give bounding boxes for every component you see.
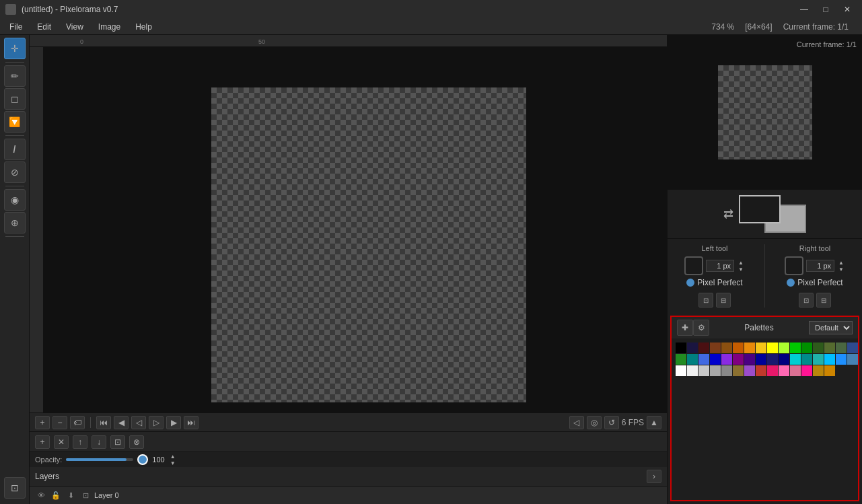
color-cell-15[interactable]: [847, 343, 858, 353]
palette-select[interactable]: Default: [809, 321, 853, 334]
right-size-down[interactable]: ▼: [837, 266, 845, 273]
left-tool-color-btn[interactable]: [684, 256, 703, 275]
color-cell-35[interactable]: [710, 365, 721, 376]
loop-button[interactable]: ↺: [604, 416, 619, 429]
color-cell-11[interactable]: [801, 343, 812, 353]
step-back-button[interactable]: ◁: [131, 416, 146, 429]
left-tool-size-input[interactable]: [706, 260, 734, 272]
layer-copy-button[interactable]: ⊡: [110, 435, 125, 449]
color-cell-10[interactable]: [790, 343, 801, 353]
menu-help[interactable]: Help: [129, 21, 159, 33]
color-cell-40[interactable]: [767, 365, 778, 376]
layer-clone-icon[interactable]: ⊡: [79, 489, 92, 501]
tool-zoom[interactable]: ⊕: [4, 212, 26, 233]
step-forward-button[interactable]: ▷: [149, 416, 164, 429]
color-cell-5[interactable]: [733, 343, 744, 353]
left-tool-icon-1[interactable]: ⊡: [698, 293, 713, 308]
color-cell-37[interactable]: [733, 365, 744, 376]
color-cell-16[interactable]: [676, 354, 686, 365]
color-cell-49[interactable]: [824, 365, 835, 376]
layers-collapse-button[interactable]: ›: [647, 470, 661, 483]
color-cell-29[interactable]: [824, 354, 835, 365]
color-cell-6[interactable]: [744, 343, 755, 353]
tag-button[interactable]: 🏷: [70, 416, 85, 429]
color-cell-20[interactable]: [721, 354, 732, 365]
tool-pencil[interactable]: ✏: [4, 65, 26, 87]
tool-select[interactable]: ⊡: [4, 477, 26, 499]
palette-add-button[interactable]: ✚: [677, 320, 693, 336]
canvas-scroll-area[interactable]: [30, 47, 667, 412]
layer-lock-icon[interactable]: 🔓: [50, 489, 62, 501]
remove-frame-button[interactable]: −: [52, 416, 67, 429]
fps-up-button[interactable]: ▲: [647, 416, 661, 429]
maximize-button[interactable]: □: [816, 3, 835, 16]
layer-visibility-icon[interactable]: 👁: [35, 489, 47, 501]
color-cell-24[interactable]: [767, 354, 778, 365]
layer-down-button[interactable]: ↓: [92, 435, 106, 449]
color-cell-7[interactable]: [756, 343, 766, 353]
color-cell-25[interactable]: [779, 354, 789, 365]
color-cell-4[interactable]: [721, 343, 732, 353]
add-layer-button[interactable]: +: [35, 435, 50, 449]
palette-settings-button[interactable]: ⚙: [693, 320, 709, 336]
color-cell-12[interactable]: [813, 343, 824, 353]
color-cell-33[interactable]: [687, 365, 698, 376]
right-size-up[interactable]: ▲: [837, 259, 845, 266]
layer-merge-button[interactable]: ⊗: [129, 435, 144, 449]
right-tool-icon-2[interactable]: ⊟: [816, 293, 831, 308]
color-cell-23[interactable]: [756, 354, 766, 365]
color-cell-28[interactable]: [813, 354, 824, 365]
left-size-down[interactable]: ▼: [737, 266, 745, 273]
tool-eyedropper[interactable]: 🔽: [4, 111, 26, 133]
tool-fill[interactable]: ⊘: [4, 161, 26, 183]
color-cell-22[interactable]: [744, 354, 755, 365]
color-cell-38[interactable]: [744, 365, 755, 376]
minimize-button[interactable]: —: [795, 3, 814, 16]
color-cell-32[interactable]: [676, 365, 686, 376]
opacity-slider[interactable]: [66, 458, 133, 461]
tool-eraser[interactable]: ◻: [4, 88, 26, 110]
prev-frame-button[interactable]: ◀: [114, 416, 129, 429]
menu-edit[interactable]: Edit: [30, 21, 58, 33]
left-color-swatch[interactable]: [739, 195, 781, 223]
right-tool-color-btn[interactable]: [785, 256, 803, 275]
color-cell-3[interactable]: [710, 343, 721, 353]
right-pixel-perfect-radio[interactable]: [787, 279, 795, 287]
first-frame-button[interactable]: ⏮: [96, 416, 111, 429]
color-cell-39[interactable]: [756, 365, 766, 376]
color-cell-42[interactable]: [790, 365, 801, 376]
color-cell-2[interactable]: [698, 343, 709, 353]
menu-file[interactable]: File: [3, 21, 29, 33]
color-cell-19[interactable]: [710, 354, 721, 365]
next-frame-button[interactable]: ▶: [166, 416, 181, 429]
color-cell-17[interactable]: [687, 354, 698, 365]
color-cell-1[interactable]: [687, 343, 698, 353]
menu-image[interactable]: Image: [92, 21, 127, 33]
color-cell-9[interactable]: [779, 343, 789, 353]
color-cell-41[interactable]: [779, 365, 789, 376]
left-size-up[interactable]: ▲: [737, 259, 745, 266]
left-tool-icon-2[interactable]: ⊟: [716, 293, 731, 308]
right-tool-icon-1[interactable]: ⊡: [799, 293, 814, 308]
play-toggle-button[interactable]: ◁: [569, 416, 584, 429]
canvas-checkerboard[interactable]: [211, 87, 526, 402]
add-frame-button[interactable]: +: [35, 416, 50, 429]
color-cell-13[interactable]: [824, 343, 835, 353]
close-button[interactable]: ✕: [838, 3, 857, 16]
color-cell-27[interactable]: [801, 354, 812, 365]
last-frame-button[interactable]: ⏭: [184, 416, 199, 429]
color-cell-48[interactable]: [813, 365, 824, 376]
color-cell-31[interactable]: [847, 354, 858, 365]
left-pixel-perfect-radio[interactable]: [686, 279, 694, 287]
swap-arrows-icon[interactable]: ⇄: [723, 207, 733, 221]
tool-bucket[interactable]: ◉: [4, 189, 26, 211]
color-cell-34[interactable]: [698, 365, 709, 376]
right-tool-size-input[interactable]: [806, 260, 834, 272]
color-cell-36[interactable]: [721, 365, 732, 376]
opacity-up[interactable]: ▲: [169, 453, 177, 460]
color-cell-18[interactable]: [698, 354, 709, 365]
color-cell-30[interactable]: [836, 354, 847, 365]
color-cell-43[interactable]: [801, 365, 812, 376]
tool-line[interactable]: /: [4, 139, 26, 160]
color-cell-0[interactable]: [676, 343, 686, 353]
